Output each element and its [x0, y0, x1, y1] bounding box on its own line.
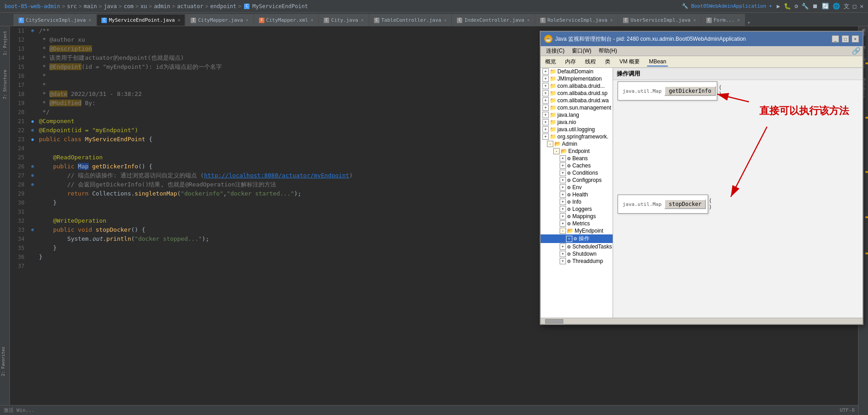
menu-connection[interactable]: 连接(C): [542, 47, 568, 55]
tree-item-jmimplementation[interactable]: + 📁 JMImplementation: [541, 75, 613, 82]
tree-item-javalogging[interactable]: + 📁 java.util.logging: [541, 126, 613, 133]
tab-close-icon[interactable]: ×: [610, 18, 613, 23]
tree-expand-icon[interactable]: +: [560, 206, 566, 212]
breadcrumb-item[interactable]: boot-05-web-admin: [5, 3, 60, 10]
panel-tab-structure[interactable]: 7: Structure: [2, 67, 8, 102]
tree-item-metrics[interactable]: + ⚙ Metrics: [541, 220, 613, 227]
tree-expand-icon[interactable]: +: [542, 76, 549, 82]
tree-expand-icon[interactable]: +: [542, 97, 549, 104]
tab-city[interactable]: C City.java ×: [319, 14, 369, 26]
tab-citymapper[interactable]: I CityMapper.java ×: [186, 14, 253, 26]
tab-cityserviceimpl[interactable]: C CityServiceImpl.java ×: [14, 14, 96, 26]
tree-item-javanio[interactable]: + 📁 java.nio: [541, 119, 613, 126]
tab-indexcontroller[interactable]: C IndexController.java ×: [452, 14, 534, 26]
breadcrumb-item[interactable]: main: [84, 3, 97, 10]
tree-expand-icon[interactable]: +: [560, 251, 566, 257]
jvm-scrollbar[interactable]: [541, 318, 863, 324]
tree-item-threaddump[interactable]: + ⚙ Threaddump: [541, 258, 613, 265]
menu-window[interactable]: 窗口(W): [568, 47, 595, 55]
tree-item-operations[interactable]: + ⚙ 操作: [541, 234, 613, 243]
tree-expand-icon[interactable]: +: [542, 105, 549, 111]
toolbar-classes[interactable]: 类: [603, 57, 612, 67]
tree-expand-icon[interactable]: +: [560, 243, 566, 250]
tab-close-icon[interactable]: ×: [737, 18, 740, 23]
tree-item-info[interactable]: + ⚙ Info: [541, 198, 613, 205]
tree-item-alibaba1[interactable]: + 📁 com.alibaba.druid...: [541, 82, 613, 90]
scrollbar-thumb[interactable]: [545, 319, 563, 324]
tab-close-icon[interactable]: ×: [444, 18, 446, 23]
tab-tablecontroller[interactable]: C TableController.java ×: [369, 14, 451, 26]
tree-item-conditions[interactable]: + ⚙ Conditions: [541, 169, 613, 176]
tree-item-health[interactable]: + ⚙ Health: [541, 191, 613, 198]
toolbar-vm[interactable]: VM 概要: [618, 57, 642, 67]
tree-expand-icon[interactable]: +: [560, 199, 566, 205]
toolbar-memory[interactable]: 内存: [563, 57, 578, 67]
tab-close-icon[interactable]: ×: [527, 18, 530, 23]
tab-close-icon[interactable]: ×: [177, 18, 180, 23]
maximize-button[interactable]: □: [842, 35, 849, 43]
toolbar-overview[interactable]: 概览: [543, 57, 558, 67]
tree-expand-icon[interactable]: +: [560, 258, 566, 264]
breadcrumb-item[interactable]: java: [104, 3, 117, 10]
tree-item-myendpoint[interactable]: - 📂 MyEndpoint: [541, 227, 613, 234]
tree-expand-icon[interactable]: +: [560, 213, 566, 219]
tree-expand-icon[interactable]: +: [542, 83, 549, 89]
tab-close-icon[interactable]: ×: [693, 18, 696, 23]
breadcrumb-item[interactable]: com: [124, 3, 134, 10]
tree-expand-icon[interactable]: +: [542, 112, 549, 118]
getDickerInfo-button[interactable]: getDickerInfo: [664, 86, 716, 96]
tree-expand-icon[interactable]: +: [542, 119, 549, 125]
panel-tab-project[interactable]: 1: Project: [2, 28, 8, 58]
tree-item-endpoint[interactable]: - 📂 Endpoint: [541, 148, 613, 155]
tab-close-icon[interactable]: ×: [311, 18, 313, 23]
tree-item-configprops[interactable]: + ⚙ Configprops: [541, 176, 613, 184]
tab-myserviceendpoint[interactable]: C MyServiceEndPoint.java ×: [96, 14, 185, 26]
tree-expand-icon[interactable]: +: [542, 134, 549, 140]
tab-close-icon[interactable]: ×: [361, 18, 364, 23]
tab-close-icon[interactable]: ×: [88, 18, 91, 23]
tree-item-caches[interactable]: + ⚙ Caches: [541, 162, 613, 169]
tree-expand-icon[interactable]: +: [560, 191, 566, 198]
tree-item-defaultdomain[interactable]: + 📁 DefaultDomain: [541, 68, 613, 75]
tree-item-loggers[interactable]: + ⚙ Loggers: [541, 205, 613, 213]
tree-expand-icon[interactable]: +: [542, 68, 549, 75]
tree-item-mappings[interactable]: + ⚙ Mappings: [541, 213, 613, 220]
tree-item-alibaba3[interactable]: + 📁 com.alibaba.druid.wa: [541, 97, 613, 104]
tab-roleserviceimpl[interactable]: C RoleServiceImpl.java ×: [535, 14, 618, 26]
tree-item-sunmgmt[interactable]: + 📁 com.sun.management: [541, 104, 613, 111]
tree-item-scheduledtasks[interactable]: + ⚙ ScheduledTasks: [541, 243, 613, 250]
tree-expand-icon[interactable]: +: [542, 126, 549, 133]
tree-expand-icon[interactable]: +: [542, 90, 549, 96]
tab-citymapperxml[interactable]: X CityMapper.xml ×: [254, 14, 319, 26]
close-button[interactable]: ×: [852, 35, 859, 43]
tab-overflow[interactable]: ▾: [745, 19, 752, 26]
tab-close-icon[interactable]: ×: [246, 18, 249, 23]
tree-expand-icon[interactable]: +: [566, 236, 572, 242]
tree-expand-icon[interactable]: +: [560, 155, 566, 162]
menu-help[interactable]: 帮助(H): [595, 47, 621, 55]
jvm-tree[interactable]: + 📁 DefaultDomain + 📁 JMImplementation +…: [541, 68, 613, 318]
tree-item-javalang[interactable]: + 📁 java.lang: [541, 111, 613, 119]
toolbar-threads[interactable]: 线程: [583, 57, 598, 67]
tree-expand-icon[interactable]: +: [560, 162, 566, 169]
panel-tab-favorites[interactable]: 2: Favorites: [0, 344, 10, 379]
tree-expand-icon[interactable]: -: [547, 141, 553, 147]
toolbar-mbean[interactable]: MBean: [647, 57, 668, 67]
tree-item-shutdown[interactable]: + ⚙ Shutdown: [541, 250, 613, 258]
breadcrumb-item[interactable]: xu: [140, 3, 147, 10]
tree-expand-icon[interactable]: -: [560, 228, 566, 234]
stopDocker-button[interactable]: stopDocker: [664, 199, 706, 209]
tree-item-springframework[interactable]: + 📁 org.springframework.: [541, 133, 613, 140]
tree-expand-icon[interactable]: +: [560, 184, 566, 191]
breadcrumb-item[interactable]: src: [67, 3, 77, 10]
tree-item-alibaba2[interactable]: + 📁 com.alibaba.druid.sp: [541, 90, 613, 97]
breadcrumb-item[interactable]: actuator: [177, 3, 203, 10]
tree-expand-icon[interactable]: +: [560, 170, 566, 176]
tab-userserviceimpl[interactable]: C UserServiceImpl.java ×: [618, 14, 700, 26]
tree-expand-icon[interactable]: +: [560, 177, 566, 183]
tree-expand-icon[interactable]: -: [553, 148, 560, 154]
tree-item-env[interactable]: + ⚙ Env: [541, 184, 613, 191]
minimize-button[interactable]: _: [832, 35, 839, 43]
tab-form[interactable]: C Form... ×: [701, 14, 745, 26]
tree-expand-icon[interactable]: +: [560, 220, 566, 227]
